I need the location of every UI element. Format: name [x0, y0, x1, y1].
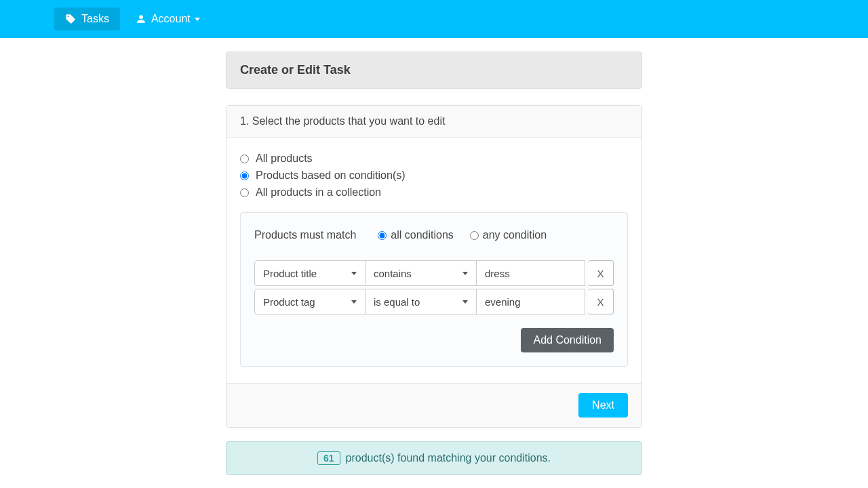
add-condition-wrap: Add Condition — [254, 328, 614, 352]
chevron-down-icon — [351, 272, 357, 275]
condition-field-select[interactable]: Product title — [254, 260, 366, 286]
remove-condition-button[interactable]: X — [588, 260, 614, 286]
tag-icon — [65, 14, 76, 24]
condition-value-text: evening — [485, 296, 521, 308]
condition-value-input[interactable]: evening — [477, 289, 585, 314]
match-all-option[interactable]: all conditions — [378, 229, 454, 241]
radio-label-conditions: Products based on condition(s) — [256, 169, 406, 182]
user-icon — [136, 14, 146, 24]
chevron-down-icon — [462, 272, 468, 275]
condition-row: Product title contains dress — [254, 260, 614, 286]
main-container: Create or Edit Task 1. Select the produc… — [226, 38, 642, 475]
results-count-badge: 61 — [317, 451, 340, 465]
remove-condition-button[interactable]: X — [588, 289, 614, 314]
radio-label-all: All products — [256, 152, 313, 165]
radio-label-collection: All products in a collection — [256, 186, 381, 199]
nav-account-label: Account — [151, 13, 191, 25]
chevron-down-icon — [462, 300, 468, 304]
condition-operator-value: is equal to — [374, 296, 420, 308]
condition-operator-select[interactable]: is equal to — [366, 289, 477, 314]
radio-conditions[interactable]: Products based on condition(s) — [240, 169, 628, 182]
page-title: Create or Edit Task — [226, 52, 642, 89]
nav-account[interactable]: Account — [125, 7, 211, 30]
match-all-label: all conditions — [391, 229, 454, 241]
condition-field-value: Product tag — [263, 296, 315, 308]
condition-value-input[interactable]: dress — [477, 260, 585, 286]
radio-input-collection[interactable] — [240, 188, 249, 197]
radio-collection[interactable]: All products in a collection — [240, 186, 628, 199]
match-row: Products must match all conditions any c… — [254, 229, 614, 241]
condition-field-value: Product title — [263, 268, 317, 279]
condition-operator-select[interactable]: contains — [366, 260, 477, 286]
condition-row: Product tag is equal to evening — [254, 289, 614, 314]
results-banner: 61 product(s) found matching your condit… — [226, 441, 642, 475]
match-any-label: any condition — [483, 229, 547, 241]
step-panel: 1. Select the products that you want to … — [226, 105, 642, 428]
condition-operator-value: contains — [374, 268, 412, 279]
results-text: product(s) found matching your condition… — [346, 452, 551, 464]
condition-field-select[interactable]: Product tag — [254, 289, 366, 314]
panel-body: All products Products based on condition… — [226, 138, 642, 367]
radio-input-all[interactable] — [240, 155, 249, 163]
chevron-down-icon — [195, 18, 200, 21]
next-button[interactable]: Next — [578, 393, 628, 418]
panel-footer: Next — [226, 383, 642, 427]
match-any-option[interactable]: any condition — [470, 229, 547, 241]
nav-tasks-label: Tasks — [81, 13, 109, 25]
match-label: Products must match — [254, 229, 356, 241]
selection-radio-group: All products Products based on condition… — [240, 152, 628, 199]
match-all-radio[interactable] — [378, 231, 387, 240]
add-condition-button[interactable]: Add Condition — [521, 328, 614, 352]
radio-input-conditions[interactable] — [240, 171, 249, 180]
top-navbar: Tasks Account — [0, 0, 868, 38]
conditions-box: Products must match all conditions any c… — [240, 212, 628, 367]
radio-all-products[interactable]: All products — [240, 152, 628, 165]
step-heading: 1. Select the products that you want to … — [226, 106, 642, 138]
condition-value-text: dress — [485, 268, 510, 279]
chevron-down-icon — [351, 300, 357, 304]
match-any-radio[interactable] — [470, 231, 479, 240]
nav-tasks[interactable]: Tasks — [54, 7, 120, 30]
